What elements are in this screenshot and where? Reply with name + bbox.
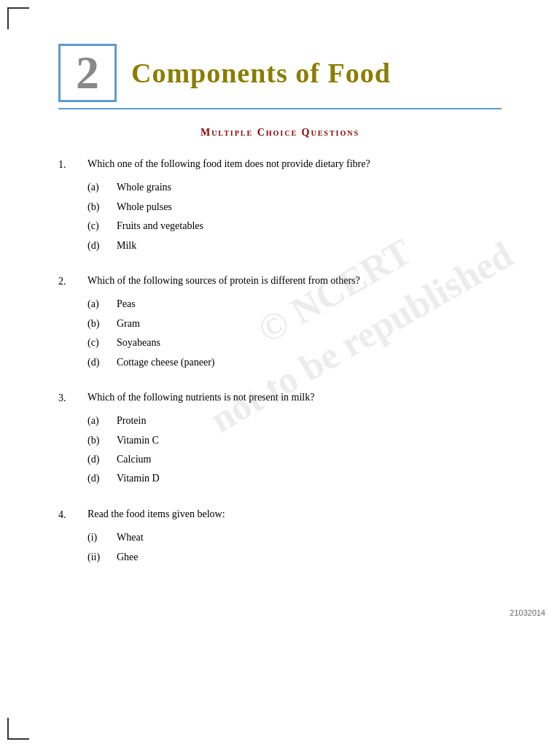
option-text-3a: Protein: [117, 413, 146, 429]
option-label-3d: (d): [88, 471, 109, 487]
option-label-1b: (b): [88, 199, 109, 215]
chapter-number: 2: [76, 50, 99, 96]
option-3c: (d) Calcium: [88, 452, 502, 468]
options-list-1: (a) Whole grains (b) Whole pulses (c) Fr…: [88, 179, 502, 254]
corner-mark-bottom-left: [7, 718, 29, 740]
chapter-number-box: 2: [58, 44, 117, 102]
question-number-2: 2.: [58, 273, 79, 374]
question-item-2: 2. Which of the following sources of pro…: [58, 273, 502, 374]
options-list-3: (a) Protein (b) Vitamin C (d) Calcium (d…: [88, 413, 502, 487]
option-label-2a: (a): [88, 296, 109, 312]
option-2a: (a) Peas: [88, 296, 502, 312]
question-text-3: Which of the following nutrients is not …: [88, 390, 502, 406]
option-text-1a: Whole grains: [117, 179, 171, 196]
question-content-1: Which one of the following food item doe…: [88, 156, 502, 257]
option-label-2d: (d): [88, 355, 109, 371]
chapter-underline: [58, 108, 502, 109]
question-text-1: Which one of the following food item doe…: [88, 156, 502, 172]
page-content: © NCERTnot to be republished 2 Component…: [0, 0, 560, 628]
option-4i: (i) Wheat: [88, 530, 502, 546]
question-text-4: Read the food items given below:: [88, 506, 502, 522]
option-3d: (d) Vitamin D: [88, 471, 502, 487]
option-text-3d: Vitamin D: [117, 471, 160, 487]
option-text-3c: Calcium: [117, 452, 151, 468]
option-text-1c: Fruits and vegetables: [117, 218, 203, 234]
option-text-1b: Whole pulses: [117, 199, 172, 215]
option-text-2c: Soyabeans: [117, 335, 160, 351]
option-text-2b: Gram: [117, 316, 140, 332]
option-label-1d: (d): [88, 238, 109, 254]
option-3a: (a) Protein: [88, 413, 502, 429]
option-1a: (a) Whole grains: [88, 179, 502, 196]
option-label-3b: (b): [88, 433, 109, 449]
question-item-3: 3. Which of the following nutrients is n…: [58, 390, 502, 490]
option-label-3a: (a): [88, 413, 109, 429]
option-1c: (c) Fruits and vegetables: [88, 218, 502, 234]
question-number-1: 1.: [58, 156, 79, 257]
option-3b: (b) Vitamin C: [88, 433, 502, 449]
question-number-4: 4.: [58, 506, 79, 568]
chapter-title: Components of Food: [131, 57, 391, 89]
options-list-2: (a) Peas (b) Gram (c) Soyabeans (d) Cott…: [88, 296, 502, 371]
option-1d: (d) Milk: [88, 238, 502, 254]
page-number: 21032014: [510, 608, 545, 617]
option-text-4ii: Ghee: [117, 549, 139, 565]
section-title: Multiple Choice Questions: [58, 127, 502, 139]
option-text-3b: Vitamin C: [117, 433, 159, 449]
question-text-2: Which of the following sources of protei…: [88, 273, 502, 289]
option-text-2d: Cottage cheese (paneer): [117, 355, 214, 371]
option-label-2c: (c): [88, 335, 109, 351]
option-text-2a: Peas: [117, 296, 136, 312]
option-text-1d: Milk: [117, 238, 136, 254]
option-label-1a: (a): [88, 179, 109, 196]
chapter-header: 2 Components of Food: [58, 44, 502, 102]
option-2d: (d) Cottage cheese (paneer): [88, 355, 502, 371]
option-2c: (c) Soyabeans: [88, 335, 502, 351]
option-label-2b: (b): [88, 316, 109, 332]
option-label-3c: (d): [88, 452, 109, 468]
option-label-4ii: (ii): [88, 549, 109, 565]
questions-container: 1. Which one of the following food item …: [58, 156, 502, 568]
option-1b: (b) Whole pulses: [88, 199, 502, 215]
option-text-4i: Wheat: [117, 530, 144, 546]
question-content-4: Read the food items given below: (i) Whe…: [88, 506, 502, 568]
options-list-4: (i) Wheat (ii) Ghee: [88, 530, 502, 565]
option-label-1c: (c): [88, 218, 109, 234]
question-item-4: 4. Read the food items given below: (i) …: [58, 506, 502, 568]
question-content-3: Which of the following nutrients is not …: [88, 390, 502, 490]
option-2b: (b) Gram: [88, 316, 502, 332]
option-4ii: (ii) Ghee: [88, 549, 502, 565]
question-item-1: 1. Which one of the following food item …: [58, 156, 502, 257]
question-content-2: Which of the following sources of protei…: [88, 273, 502, 374]
question-number-3: 3.: [58, 390, 79, 490]
option-label-4i: (i): [88, 530, 109, 546]
